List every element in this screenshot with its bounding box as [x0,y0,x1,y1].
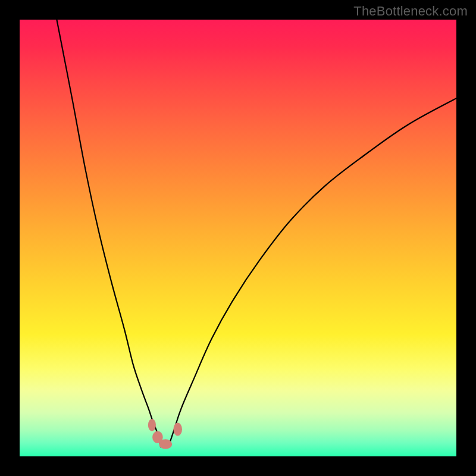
curve-left-branch [57,20,161,447]
dip-right [173,423,182,436]
dip-left [148,419,156,431]
watermark-text: TheBottleneck.com [353,4,468,19]
plot-area [20,20,456,456]
chart-frame: TheBottleneck.com [0,0,476,476]
curve-layer [20,20,456,456]
curve-right-branch [170,98,456,441]
dip-mid-2 [159,439,172,449]
dip-markers [148,419,182,449]
